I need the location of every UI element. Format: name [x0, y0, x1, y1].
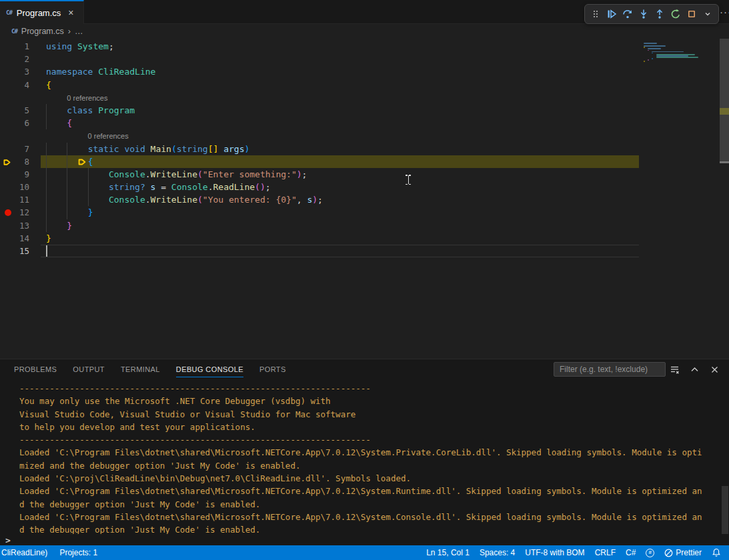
console-scrollbar-thumb[interactable] — [722, 486, 728, 534]
stop-button[interactable] — [684, 6, 700, 22]
step-out-button[interactable] — [652, 6, 668, 22]
panel-tab-ports[interactable]: PORTS — [259, 359, 286, 379]
editor-gutter[interactable]: 3 — [0, 65, 41, 78]
code-text: { — [46, 80, 51, 90]
breadcrumb[interactable]: C# Program.cs › … — [0, 24, 83, 39]
codelens-body[interactable]: 0 references — [41, 129, 639, 142]
code-line-3: 3namespace CliReadLine — [0, 65, 639, 78]
toolbar-grip-icon[interactable] — [588, 6, 604, 22]
step-into-button[interactable] — [636, 6, 652, 22]
debug-console-input[interactable]: > — [0, 534, 729, 546]
editor-gutter[interactable]: 13 — [0, 219, 41, 232]
editor-more-actions-icon[interactable]: ··· — [720, 6, 729, 17]
console-line-12: d the debugger option 'Just My Code' is … — [19, 523, 729, 534]
editor-gutter[interactable]: 15 — [0, 245, 41, 257]
maximize-panel-icon[interactable] — [688, 363, 701, 376]
line-number: 6 — [24, 117, 29, 129]
code-line-body[interactable]: } — [41, 219, 639, 232]
clear-all-icon[interactable] — [668, 363, 681, 376]
editor-gutter[interactable]: 14 — [0, 232, 41, 245]
editor-gutter[interactable]: 9 — [0, 168, 41, 181]
status-prettier[interactable]: Prettier — [664, 548, 702, 557]
editor-gutter[interactable]: 5 — [0, 104, 41, 117]
code-line-body[interactable] — [41, 245, 639, 257]
csharp-project-status-icon[interactable]: # — [646, 549, 654, 557]
indent-guide — [67, 193, 67, 206]
code-line-body[interactable]: { — [41, 155, 639, 168]
code-line-body[interactable]: { — [41, 79, 639, 91]
code-line-body[interactable]: string? s = Console.ReadLine(); — [41, 181, 639, 193]
indent-guide — [67, 168, 67, 181]
code-line-body[interactable]: static void Main(string[] args) — [41, 143, 639, 155]
filter-input[interactable] — [554, 363, 665, 376]
debug-session-dropdown-icon[interactable] — [700, 6, 716, 22]
minimap[interactable] — [642, 43, 717, 85]
indent-guide — [46, 219, 47, 232]
panel-tab-terminal[interactable]: TERMINAL — [121, 359, 160, 379]
tab-program-cs[interactable]: C# Program.cs × — [0, 0, 84, 24]
notifications-bell-icon[interactable] — [712, 548, 721, 557]
line-number: 7 — [24, 143, 29, 155]
minimap-line — [656, 57, 699, 58]
code-line-body[interactable]: class Program — [41, 104, 639, 117]
code-line-body[interactable]: Console.WriteLine("You entered: {0}", s)… — [41, 193, 639, 206]
status-projects[interactable]: Projects: 1 — [59, 548, 97, 557]
editor-gutter[interactable] — [0, 129, 41, 142]
code-line-body[interactable] — [41, 53, 639, 65]
status-language[interactable]: C# — [626, 548, 636, 557]
editor-gutter[interactable]: 12 — [0, 206, 41, 219]
indent-guide — [67, 181, 67, 193]
status-eol[interactable]: CRLF — [595, 548, 616, 557]
indent-guide — [46, 181, 47, 193]
code-text: } — [46, 221, 72, 231]
line-number: 15 — [19, 245, 29, 257]
minimap-line — [652, 53, 653, 54]
editor-gutter[interactable]: 10 — [0, 181, 41, 193]
editor-gutter[interactable]: 8 — [0, 155, 41, 168]
status-cursor-position[interactable]: Ln 15, Col 1 — [426, 548, 470, 557]
step-over-button[interactable] — [620, 6, 636, 22]
breadcrumb-more[interactable]: … — [75, 27, 83, 36]
code-line-body[interactable]: using System; — [41, 40, 639, 53]
indent-guide — [88, 181, 89, 193]
scrollbar-thumb[interactable] — [720, 39, 729, 163]
editor-gutter[interactable]: 1 — [0, 40, 41, 53]
status-encoding[interactable]: UTF-8 with BOM — [525, 548, 584, 557]
editor-scrollbar[interactable] — [720, 39, 729, 359]
codelens-references[interactable]: 0 references — [46, 132, 129, 140]
editor-gutter[interactable]: 2 — [0, 53, 41, 65]
panel-tab-debug-console[interactable]: DEBUG CONSOLE — [176, 359, 243, 379]
code-line-body[interactable]: Console.WriteLine("Enter something:"); — [41, 168, 639, 181]
code-line-body[interactable]: } — [41, 232, 639, 245]
codelens-body[interactable]: 0 references — [41, 91, 639, 104]
breakpoint-icon[interactable] — [5, 209, 11, 216]
editor-gutter[interactable] — [0, 91, 41, 104]
console-line-3: Visual Studio Code, Visual Studio or Vis… — [19, 408, 729, 421]
code-text: Console.WriteLine("Enter something:"); — [46, 169, 307, 179]
debug-console-output: ----------------------------------------… — [0, 379, 729, 534]
status-workspace[interactable]: CliReadLine) — [1, 548, 47, 557]
code-line-body[interactable]: } — [41, 206, 639, 219]
csharp-file-icon: C# — [11, 28, 17, 35]
code-line-body[interactable]: namespace CliReadLine — [41, 65, 639, 78]
codelens-references[interactable]: 0 references — [46, 94, 107, 102]
code-line-body[interactable]: { — [41, 117, 639, 129]
editor-gutter[interactable]: 7 — [0, 143, 41, 155]
code-line-2: 2 — [0, 53, 639, 65]
editor-gutter[interactable]: 4 — [0, 79, 41, 91]
debug-console-filter[interactable] — [554, 362, 666, 377]
code-line-8: 8 { — [0, 155, 639, 168]
panel-tab-problems[interactable]: PROBLEMS — [14, 359, 57, 379]
close-panel-icon[interactable] — [708, 363, 721, 376]
status-indentation[interactable]: Spaces: 4 — [480, 548, 515, 557]
code-editor[interactable]: 1using System;23namespace CliReadLine4{0… — [0, 39, 729, 359]
breadcrumb-file[interactable]: Program.cs — [21, 27, 64, 36]
continue-button[interactable] — [604, 6, 620, 22]
restart-button[interactable] — [668, 6, 684, 22]
tab-close-icon[interactable]: × — [68, 7, 73, 18]
code-line-11: 11 Console.WriteLine("You entered: {0}",… — [0, 193, 639, 206]
editor-gutter[interactable]: 11 — [0, 193, 41, 206]
panel-tab-output[interactable]: OUTPUT — [73, 359, 105, 379]
editor-gutter[interactable]: 6 — [0, 117, 41, 129]
minimap-line — [648, 48, 661, 49]
